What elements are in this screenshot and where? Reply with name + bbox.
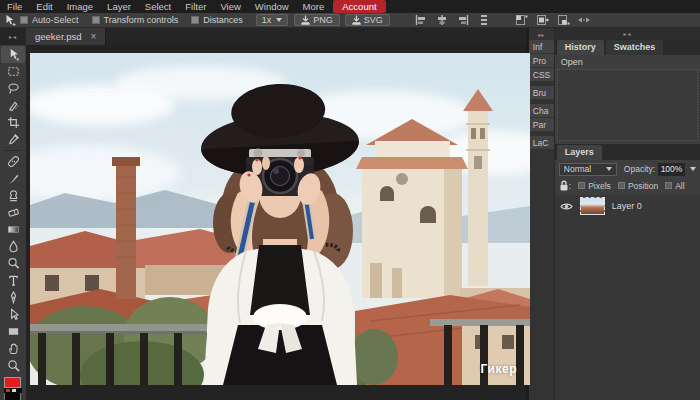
account-button[interactable]: Account — [333, 0, 385, 13]
checkbox-icon — [20, 16, 28, 24]
export-svg-label: SVG — [364, 15, 383, 25]
panel-tab-css[interactable]: CSS — [529, 68, 554, 81]
distribute-h-icon[interactable] — [577, 14, 592, 27]
layer-thumbnail[interactable] — [580, 197, 605, 215]
menubar: File Edit Image Layer Select Filter View… — [0, 0, 700, 13]
lock-icon[interactable] — [559, 180, 569, 191]
pen-tool[interactable] — [1, 289, 25, 306]
panel-tab-properties[interactable]: Pro — [529, 54, 554, 67]
panel-tab-paragraph[interactable]: Par — [529, 118, 554, 131]
chevron-down-icon — [606, 167, 612, 171]
align-group-vertical — [511, 14, 595, 27]
menu-select[interactable]: Select — [138, 0, 178, 13]
export-png-button[interactable]: PNG — [294, 14, 340, 26]
align-center-h-icon[interactable] — [435, 14, 450, 27]
close-icon[interactable]: × — [90, 31, 96, 42]
workspace: Гикер — [0, 45, 526, 400]
direct-select-tool[interactable] — [1, 306, 25, 323]
panel-collapse-icon[interactable]: ▸◂ — [555, 28, 700, 39]
gradient-tool[interactable] — [1, 221, 25, 238]
quick-select-tool[interactable] — [1, 97, 25, 114]
marquee-select-tool[interactable] — [1, 63, 25, 80]
lasso-tool[interactable] — [1, 80, 25, 97]
eyedropper-tool[interactable] — [1, 131, 25, 148]
blur-tool[interactable] — [1, 238, 25, 255]
export-png-label: PNG — [313, 15, 333, 25]
lock-all-checkbox[interactable] — [665, 182, 672, 189]
tab-layers[interactable]: Layers — [557, 145, 602, 160]
canvas-area[interactable]: Гикер — [26, 45, 526, 400]
dodge-tool[interactable] — [1, 255, 25, 272]
blend-mode-select[interactable]: Normal — [559, 163, 617, 176]
color-swatches — [4, 377, 22, 400]
align-top-icon[interactable] — [514, 14, 529, 27]
align-bottom-icon[interactable] — [556, 14, 571, 27]
lock-pixels-checkbox[interactable] — [578, 182, 585, 189]
export-svg-button[interactable]: SVG — [345, 14, 390, 26]
lock-row: : Pixels Position All — [555, 178, 700, 193]
align-left-icon[interactable] — [414, 14, 429, 27]
menu-more[interactable]: More — [296, 0, 332, 13]
layer-row[interactable]: Layer 0 — [555, 195, 700, 217]
blend-row: Normal Opacity: 100% — [555, 160, 700, 178]
photo-editor-app: File Edit Image Layer Select Filter View… — [0, 0, 700, 400]
strip-collapse-icon[interactable]: ◂▸ — [529, 28, 554, 40]
tab-swatches[interactable]: Swatches — [606, 40, 664, 55]
type-tool[interactable] — [1, 272, 25, 289]
spot-heal-tool[interactable] — [1, 153, 25, 170]
eraser-tool[interactable] — [1, 204, 25, 221]
opacity-value[interactable]: 100% — [658, 163, 685, 176]
lock-all-label: All — [675, 181, 684, 191]
align-center-v-icon[interactable] — [535, 14, 550, 27]
document-tab[interactable]: geeker.psd × — [26, 28, 106, 45]
menu-image[interactable]: Image — [60, 0, 100, 13]
history-list[interactable] — [557, 69, 698, 141]
left-main: ▸◂ geeker.psd × — [0, 28, 526, 400]
zoom-tool[interactable] — [1, 357, 25, 374]
menu-layer[interactable]: Layer — [100, 0, 138, 13]
toolbar-collapse-icon[interactable]: ▸◂ — [0, 28, 26, 45]
menu-window[interactable]: Window — [248, 0, 296, 13]
panel-tab-info[interactable]: Inf — [529, 40, 554, 53]
history-entry-open[interactable]: Open — [555, 55, 700, 69]
hand-tool[interactable] — [1, 340, 25, 357]
toolbar-divider — [4, 150, 22, 151]
menu-filter[interactable]: Filter — [178, 0, 213, 13]
lock-position-checkbox[interactable] — [618, 182, 625, 189]
zoom-level-select[interactable]: 1x — [256, 14, 289, 26]
brush-tool[interactable] — [1, 170, 25, 187]
panel-tab-layer-comps[interactable]: LaC — [529, 136, 554, 149]
lock-colon: : — [569, 181, 571, 191]
move-cursor-icon — [0, 14, 20, 26]
menu-view[interactable]: View — [213, 0, 247, 13]
checkbox-icon — [92, 16, 100, 24]
transform-controls-label: Transform controls — [104, 15, 179, 25]
move-tool[interactable] — [1, 46, 25, 63]
crop-tool[interactable] — [1, 114, 25, 131]
background-color-swatch[interactable] — [4, 393, 21, 400]
menu-edit[interactable]: Edit — [29, 0, 59, 13]
history-swatches-tabs: History Swatches — [555, 39, 700, 55]
document-canvas[interactable]: Гикер — [30, 53, 530, 385]
rectangle-tool[interactable] — [1, 323, 25, 340]
checkbox-icon — [191, 16, 199, 24]
panel-tab-character[interactable]: Cha — [529, 104, 554, 117]
opacity-chevron-icon[interactable] — [690, 167, 696, 171]
tool-options-bar: Auto-Select Transform controls Distances… — [0, 13, 700, 28]
foreground-color-swatch[interactable] — [4, 377, 21, 388]
tab-history[interactable]: History — [557, 40, 604, 55]
transform-controls-checkbox[interactable]: Transform controls — [92, 15, 179, 25]
lock-pixels-label: Pixels — [588, 181, 611, 191]
menu-file[interactable]: File — [0, 0, 29, 13]
visibility-eye-icon[interactable] — [560, 202, 573, 211]
chevron-down-icon — [276, 18, 282, 22]
opacity-label: Opacity: — [624, 164, 655, 174]
auto-select-checkbox[interactable]: Auto-Select — [20, 15, 79, 25]
tools-panel — [0, 45, 26, 400]
distances-checkbox[interactable]: Distances — [191, 15, 243, 25]
distribute-v-icon[interactable] — [477, 14, 492, 27]
clone-stamp-tool[interactable] — [1, 187, 25, 204]
align-right-icon[interactable] — [456, 14, 471, 27]
distances-label: Distances — [203, 15, 243, 25]
panel-tab-brush[interactable]: Bru — [529, 86, 554, 99]
